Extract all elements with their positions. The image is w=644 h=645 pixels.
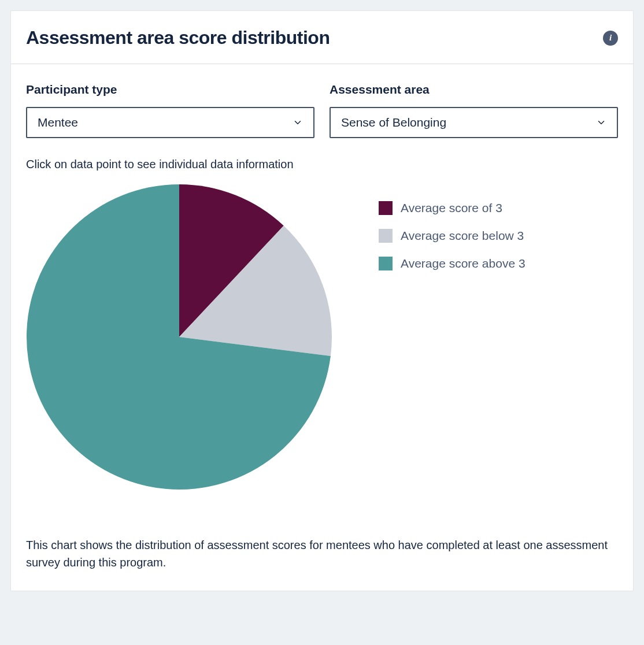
participant-type-value: Mentee — [38, 116, 78, 129]
assessment-area-group: Assessment area Sense of Belonging — [330, 83, 618, 138]
legend-item[interactable]: Average score of 3 — [379, 201, 525, 215]
pie-chart[interactable] — [26, 184, 332, 490]
chart-row: Average score of 3Average score below 3A… — [26, 184, 618, 490]
chart-hint: Click on data point to see individual da… — [26, 158, 618, 171]
legend-item[interactable]: Average score below 3 — [379, 229, 525, 243]
participant-type-label: Participant type — [26, 83, 314, 97]
legend: Average score of 3Average score below 3A… — [379, 184, 525, 284]
filters: Participant type Mentee Assessment area … — [26, 83, 618, 138]
chevron-down-icon — [293, 117, 303, 128]
legend-item[interactable]: Average score above 3 — [379, 257, 525, 270]
legend-label: Average score of 3 — [401, 201, 502, 215]
participant-type-select[interactable]: Mentee — [26, 107, 314, 138]
info-icon[interactable]: i — [603, 31, 618, 46]
legend-label: Average score above 3 — [401, 257, 525, 270]
page-title: Assessment area score distribution — [26, 27, 330, 49]
participant-type-group: Participant type Mentee — [26, 83, 314, 138]
assessment-area-select[interactable]: Sense of Belonging — [330, 107, 618, 138]
legend-swatch — [379, 257, 393, 270]
assessment-area-label: Assessment area — [330, 83, 618, 97]
legend-label: Average score below 3 — [401, 229, 524, 243]
legend-swatch — [379, 229, 393, 243]
legend-swatch — [379, 201, 393, 215]
card-header: Assessment area score distribution i — [11, 11, 633, 64]
card: Assessment area score distribution i Par… — [10, 10, 634, 591]
card-body: Participant type Mentee Assessment area … — [11, 64, 633, 591]
chevron-down-icon — [596, 117, 606, 128]
pie-chart-container — [26, 184, 332, 490]
assessment-area-value: Sense of Belonging — [341, 116, 446, 129]
chart-footer: This chart shows the distribution of ass… — [26, 536, 618, 571]
